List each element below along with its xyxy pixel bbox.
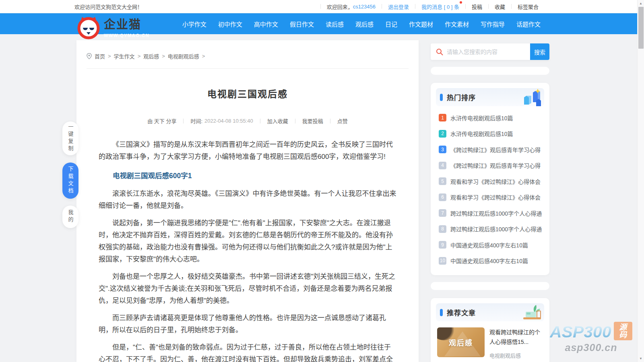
breadcrumb-separator: > xyxy=(108,53,111,59)
nav-item-guanhougan[interactable]: 观后感 xyxy=(355,20,374,28)
recommend-article-category: 电视剧观后感 xyxy=(489,352,543,359)
divider xyxy=(488,4,489,9)
tags-link[interactable]: 标签聚合 xyxy=(518,3,539,10)
scrollbar-down-icon[interactable]: ▼ xyxy=(638,355,644,362)
one-click-copy-button[interactable]: 一键复制 xyxy=(62,121,78,155)
bar-chart-icon xyxy=(521,88,543,107)
asp300-watermark: ASP300 源码 asp300.cn xyxy=(550,322,632,354)
article-content: 《三国演义》描写的是从东汉末年到西晋初年之间近一百年的历史风云，全书反映了三国时… xyxy=(99,139,396,362)
logout-link[interactable]: 退出登录 xyxy=(388,3,409,10)
hot-item[interactable]: 10 中国通史观后感400字左右10篇 xyxy=(436,253,544,269)
rank-badge: 1 xyxy=(439,114,446,121)
my-account-button[interactable]: 我的 xyxy=(62,206,78,228)
rank-badge: 8 xyxy=(439,225,446,233)
hot-item[interactable]: 6 观看和学习《跨过鸭绿江》心得体会 xyxy=(436,189,544,206)
hot-item[interactable]: 4 《跨过鸭绿江》观后感青年学习心得 xyxy=(436,158,544,174)
recommend-article-title[interactable]: 观看跨过鸭绿江的个人心得感悟15... xyxy=(489,327,543,347)
download-doc-button[interactable]: 下载文档 xyxy=(62,162,78,199)
scrollbar-up-icon[interactable]: ▲ xyxy=(638,0,644,7)
site-logo[interactable]: 企业猫 WWW.QYMAO.CN xyxy=(76,15,149,39)
publish-time: 2022-04-08 10:55:40 xyxy=(204,118,253,124)
nav-item-ticai[interactable]: 作文题材 xyxy=(409,20,433,28)
article-body: 电视剧三国观后感 由 天下 分享 时间: 2022-04-08 10:55:40… xyxy=(76,86,419,362)
hot-ranking-title: 热门排序 xyxy=(447,92,476,102)
share-by-text: 由 天下 分享 xyxy=(147,117,176,125)
nav-item-gaozhong[interactable]: 高中作文 xyxy=(254,20,278,28)
recommend-header: 推荐文章 xyxy=(436,303,544,321)
accent-pill-icon xyxy=(440,309,443,316)
breadcrumb-separator: > xyxy=(162,53,165,59)
brand-domain: WWW.QYMAO.CN xyxy=(104,33,149,38)
nav-item-riji[interactable]: 日记 xyxy=(385,20,397,28)
divider xyxy=(320,4,321,9)
breadcrumb-tv-guanhougan[interactable]: 电视剧观后感 xyxy=(168,52,199,60)
messages-link[interactable]: 我的消息 [ 0 ] 条 xyxy=(421,4,459,10)
submit-post-link2[interactable]: 我要投稿 xyxy=(302,117,323,125)
username-link[interactable]: cs123456 xyxy=(353,4,376,10)
rank-badge: 6 xyxy=(439,193,446,201)
greeting-text: 欢迎回来， xyxy=(327,3,353,10)
submit-post-link[interactable]: 投稿 xyxy=(472,3,482,10)
sidebar-spacer-strip xyxy=(431,67,549,75)
unread-dot-icon xyxy=(460,1,462,4)
nav-item-xiaoxue[interactable]: 小学作文 xyxy=(182,20,206,28)
rank-badge: 3 xyxy=(439,146,446,153)
search-input[interactable] xyxy=(447,49,530,55)
nav-item-sucai[interactable]: 作文素材 xyxy=(445,20,469,28)
nav-item-huati[interactable]: 话题作文 xyxy=(516,20,541,28)
add-favorite-link[interactable]: 加入收藏 xyxy=(267,117,288,125)
hot-item[interactable]: 2 水浒传电视剧观后感10篇 xyxy=(436,126,544,142)
paragraph: 说起刘备，第一个蹦进我思绪的字便是"仁".他有着"上报国家，下安黎庶"之大志。在… xyxy=(99,217,396,265)
thumbnail-label: 观后感 xyxy=(449,337,473,348)
divider xyxy=(260,119,260,123)
hot-ranking-header: 热门排序 xyxy=(436,88,544,106)
paragraph: 刘备也是一个忠厚之人，极好结交英雄豪杰。书中第一回讲述玄德"刘关张桃园三结义，生… xyxy=(99,271,396,307)
rank-badge: 5 xyxy=(439,177,446,185)
breadcrumb-student-essay[interactable]: 学生作文 xyxy=(114,52,135,60)
watermark-domain: asp300.cn xyxy=(550,342,632,354)
breadcrumb-guanhougan[interactable]: 观后感 xyxy=(143,52,159,60)
paragraph: 但是，"仁、善"也是刘备的致命弱点。因为过于仁慈，过于善良，所以他在占领土地时往… xyxy=(99,341,396,362)
like-link[interactable]: 点赞 xyxy=(337,117,348,125)
site-welcome-text: 欢迎访问范文狗范文大全网！ xyxy=(74,3,142,10)
recommend-article[interactable]: 观后感 观看跨过鸭绿江的个人心得感悟15... 电视剧观后感 xyxy=(436,327,544,359)
breadcrumb-home[interactable]: 首页 xyxy=(95,52,105,60)
favorites-link[interactable]: 收藏 xyxy=(495,3,505,10)
article-title: 电视剧三国观后感 xyxy=(99,86,396,100)
scrollbar-thumb[interactable] xyxy=(638,7,644,49)
divider xyxy=(415,4,415,9)
top-user-links: 欢迎回来， cs123456 退出登录 我的消息 [ 0 ] 条 投稿 收藏 标… xyxy=(314,3,539,10)
rank-badge: 4 xyxy=(439,162,446,169)
browser-scrollbar[interactable]: ▲ ▼ xyxy=(637,0,644,362)
breadcrumb-separator: > xyxy=(138,53,141,59)
hot-item[interactable]: 1 水浒传电视剧观后感10篇 xyxy=(436,110,544,126)
article-meta: 由 天下 分享 时间: 2022-04-08 10:55:40 加入收藏 我要投… xyxy=(99,117,396,125)
recommend-title: 推荐文章 xyxy=(447,307,476,317)
paragraph: 滚滚长江东逝水，浪花淘尽英雄。《三国演义》中有许多绝世英雄。有一个人让我忍不住拿… xyxy=(99,188,396,212)
hot-item[interactable]: 9 中国通史观后感400字左右10篇 xyxy=(436,237,544,253)
rank-badge: 10 xyxy=(439,257,446,265)
divider xyxy=(330,119,330,123)
hot-item[interactable]: 5 观看和学习《跨过鸭绿江》心得体会 xyxy=(436,173,544,189)
watermark-badge: 源码 xyxy=(614,322,632,340)
hot-item[interactable]: 7 跨过鸭绿江观后感1000字个人心得通 xyxy=(436,205,544,221)
hot-item[interactable]: 8 跨过鸭绿江观后感1000字个人心得通 xyxy=(436,221,544,237)
nav-item-zhidao[interactable]: 写作指导 xyxy=(481,20,505,28)
search-bar: 搜索 xyxy=(431,43,549,60)
nav-item-duhougan[interactable]: 读后感 xyxy=(326,20,344,28)
hot-item[interactable]: 3 《跨过鸭绿江》观后感青年学习心得 xyxy=(436,142,544,158)
nav-item-jiari[interactable]: 假日作文 xyxy=(290,20,314,28)
accent-pill-icon xyxy=(440,94,443,101)
location-pin-icon xyxy=(87,53,92,59)
divider xyxy=(465,4,466,9)
top-utility-bar: 欢迎访问范文狗范文大全网！ 欢迎回来， cs123456 退出登录 我的消息 [… xyxy=(0,0,637,13)
nav-item-chuzhong[interactable]: 初中作文 xyxy=(218,20,242,28)
plant-desk-icon xyxy=(521,304,543,322)
paragraph: 《三国演义》描写的是从东汉末年到西晋初年之间近一百年的历史风云，全书反映了三国时… xyxy=(99,139,396,163)
paragraph: 而三顾茅庐去请诸葛亮更是体现了他尊重他人的性格。也许是因为这一点诚恳感动了诸葛孔… xyxy=(99,312,396,336)
cat-logo-icon xyxy=(76,15,101,39)
divider xyxy=(295,119,295,123)
breadcrumb: 首页 > 学生作文 > 观后感 > 电视剧观后感 > xyxy=(87,40,409,69)
search-button[interactable]: 搜索 xyxy=(530,43,549,60)
article-subheading: 电视剧三国观后感600字1 xyxy=(99,170,396,182)
